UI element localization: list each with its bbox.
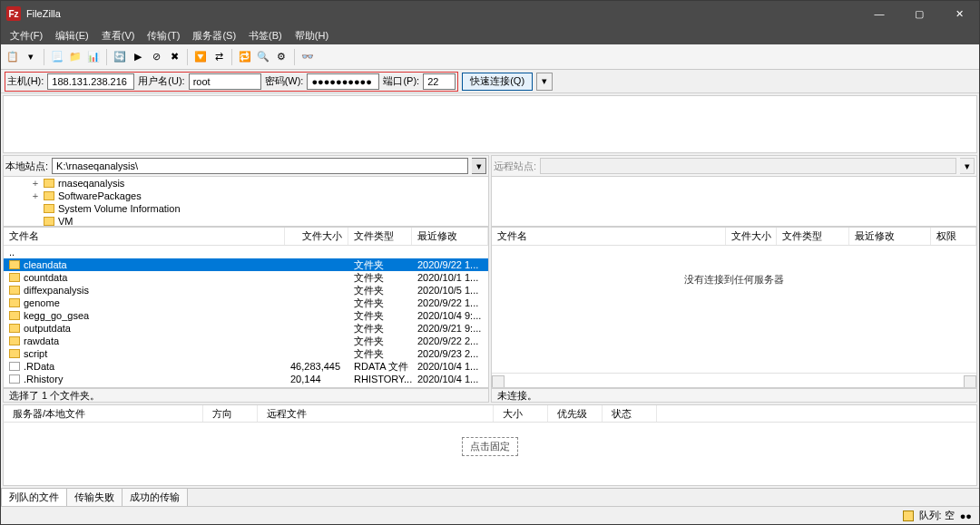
compare-icon[interactable]: ⇄ [211, 49, 227, 65]
toolbar: 📋 ▾ 📃 📁 📊 🔄 ▶ ⊘ ✖ 🔽 ⇄ 🔁 🔍 ⚙ 👓 [1, 44, 979, 70]
quickconnect-history-dropdown[interactable]: ▾ [536, 73, 553, 91]
local-path-input[interactable] [52, 158, 468, 174]
remote-filelist-header: 文件名 文件大小 文件类型 最近修改 权限 [492, 228, 976, 246]
remote-path-dropdown: ▾ [960, 158, 975, 174]
port-label: 端口(P): [383, 74, 419, 88]
refresh-icon[interactable]: 🔄 [112, 49, 128, 65]
tree-row[interactable]: +rnaseqanalysis [5, 177, 486, 190]
close-button[interactable]: ✕ [939, 1, 979, 26]
queue-status-text: 队列: 空 [919, 509, 955, 522]
cancel-icon[interactable]: ⊘ [148, 49, 164, 65]
file-row[interactable]: 001-preData.R1,803R 文件2020/10/1 1... [4, 385, 488, 387]
file-row[interactable]: .. [4, 246, 488, 258]
remote-site-label: 远程站点: [494, 160, 536, 173]
tree-row[interactable]: System Volume Information [5, 202, 486, 215]
dropdown-icon[interactable]: ▾ [23, 49, 39, 65]
disconnect-icon[interactable]: ✖ [166, 49, 182, 65]
remote-filelist: 文件名 文件大小 文件类型 最近修改 权限 没有连接到任何服务器 [491, 227, 977, 388]
menu-item[interactable]: 传输(T) [142, 27, 185, 44]
toggle-log-icon[interactable]: 📃 [49, 49, 65, 65]
user-input[interactable] [189, 73, 261, 90]
maximize-button[interactable]: ▢ [899, 1, 939, 26]
menubar: 文件(F)编辑(E)查看(V)传输(T)服务器(S)书签(B)帮助(H) [1, 26, 979, 44]
process-queue-icon[interactable]: ▶ [130, 49, 146, 65]
quickconnect-button[interactable]: 快速连接(Q) [462, 73, 533, 91]
menu-item[interactable]: 服务器(S) [187, 27, 241, 44]
file-row[interactable]: outputdata文件夹2020/9/21 9:... [4, 322, 488, 335]
file-row[interactable]: genome文件夹2020/9/22 1... [4, 297, 488, 309]
binoculars-icon[interactable]: 👓 [299, 49, 316, 65]
remote-pane: 远程站点: ▾ 文件名 文件大小 文件类型 最近修改 权限 没有连接到任何服务器… [491, 155, 977, 403]
user-label: 用户名(U): [138, 74, 184, 88]
file-row[interactable]: countdata文件夹2020/10/1 1... [4, 271, 488, 284]
remote-hscroll[interactable] [492, 373, 976, 387]
file-row[interactable]: .RData46,283,445RDATA 文件2020/10/4 1... [4, 360, 488, 373]
queue-tab[interactable]: 成功的传输 [122, 488, 188, 507]
file-row[interactable]: cleandata文件夹2020/9/22 1... [4, 258, 488, 271]
file-row[interactable]: diffexpanalysis文件夹2020/10/5 1... [4, 284, 488, 297]
app-icon: Fz [6, 6, 21, 21]
rcol-size: 文件大小 [726, 228, 777, 245]
window-title: FileZilla [26, 8, 859, 19]
col-name[interactable]: 文件名 [4, 228, 285, 245]
col-date[interactable]: 最近修改 [412, 228, 488, 245]
queue-tab[interactable]: 传输失败 [66, 488, 122, 507]
minimize-button[interactable]: — [859, 1, 899, 26]
menu-item[interactable]: 查看(V) [96, 27, 141, 44]
file-row[interactable]: rawdata文件夹2020/9/22 2... [4, 335, 488, 347]
search-icon[interactable]: 🔍 [255, 49, 271, 65]
port-input[interactable] [423, 73, 456, 90]
host-input[interactable] [47, 73, 134, 90]
toggle-tree-icon[interactable]: 📁 [67, 49, 83, 65]
local-site-row: 本地站点: ▾ [3, 155, 489, 176]
transfer-queue: 服务器/本地文件方向远程文件大小优先级状态 点击固定 [3, 404, 977, 486]
queue-tabs: 列队的文件传输失败成功的传输 [1, 488, 979, 506]
queue-col[interactable]: 远程文件 [258, 405, 494, 422]
local-tree[interactable]: +rnaseqanalysis+SoftwarePackagesSystem V… [3, 176, 489, 227]
local-path-dropdown[interactable]: ▾ [472, 158, 486, 174]
queue-col[interactable]: 服务器/本地文件 [4, 405, 203, 422]
local-site-label: 本地站点: [5, 160, 48, 173]
menu-item[interactable]: 书签(B) [243, 27, 288, 44]
message-log[interactable] [3, 95, 977, 153]
sync-browse-icon[interactable]: 🔁 [237, 49, 253, 65]
bookmark-icon[interactable]: ⚙ [273, 49, 289, 65]
local-pane: 本地站点: ▾ +rnaseqanalysis+SoftwarePackages… [3, 155, 489, 403]
rcol-name: 文件名 [492, 228, 726, 245]
remote-empty-message: 没有连接到任何服务器 [492, 246, 976, 373]
local-status: 选择了 1 个文件夹。 [3, 388, 489, 403]
rcol-perm: 权限 [931, 228, 976, 245]
file-row[interactable]: script文件夹2020/9/23 2... [4, 347, 488, 360]
statusbar: 队列: 空 ●● [1, 506, 979, 524]
tree-row[interactable]: +SoftwarePackages [5, 190, 486, 202]
remote-tree [491, 176, 977, 227]
remote-path-input [540, 158, 956, 174]
col-type[interactable]: 文件类型 [348, 228, 412, 245]
col-size[interactable]: 文件大小 [285, 228, 348, 245]
menu-item[interactable]: 帮助(H) [289, 27, 334, 44]
remote-status: 未连接。 [491, 388, 977, 403]
menu-item[interactable]: 编辑(E) [50, 27, 94, 44]
menu-item[interactable]: 文件(F) [5, 27, 48, 44]
pass-input[interactable] [307, 73, 379, 90]
lock-icon [903, 510, 914, 521]
queue-body[interactable]: 点击固定 [3, 423, 977, 486]
tree-row[interactable]: VM [5, 215, 486, 227]
queue-col[interactable]: 大小 [494, 405, 548, 422]
titlebar: Fz FileZilla — ▢ ✕ [1, 1, 979, 26]
quickconnect-bar: 主机(H): 用户名(U): 密码(W): 端口(P): 快速连接(Q) ▾ [1, 70, 979, 93]
queue-col[interactable]: 状态 [603, 405, 657, 422]
queue-col[interactable]: 方向 [203, 405, 258, 422]
queue-col[interactable]: 优先级 [548, 405, 603, 422]
local-filelist[interactable]: 文件名 文件大小 文件类型 最近修改 ..cleandata文件夹2020/9/… [3, 227, 489, 388]
file-row[interactable]: kegg_go_gsea文件夹2020/10/4 9:... [4, 309, 488, 322]
app-window: Fz FileZilla — ▢ ✕ 文件(F)编辑(E)查看(V)传输(T)服… [0, 0, 980, 525]
remote-site-row: 远程站点: ▾ [491, 155, 977, 176]
pin-button[interactable]: 点击固定 [462, 437, 518, 456]
site-manager-icon[interactable]: 📋 [5, 49, 21, 65]
toggle-queue-icon[interactable]: 📊 [85, 49, 102, 65]
pass-label: 密码(W): [265, 74, 304, 88]
file-row[interactable]: .Rhistory20,144RHISTORY...2020/10/4 1... [4, 373, 488, 385]
filter-icon[interactable]: 🔽 [192, 49, 209, 65]
queue-tab[interactable]: 列队的文件 [1, 488, 67, 507]
